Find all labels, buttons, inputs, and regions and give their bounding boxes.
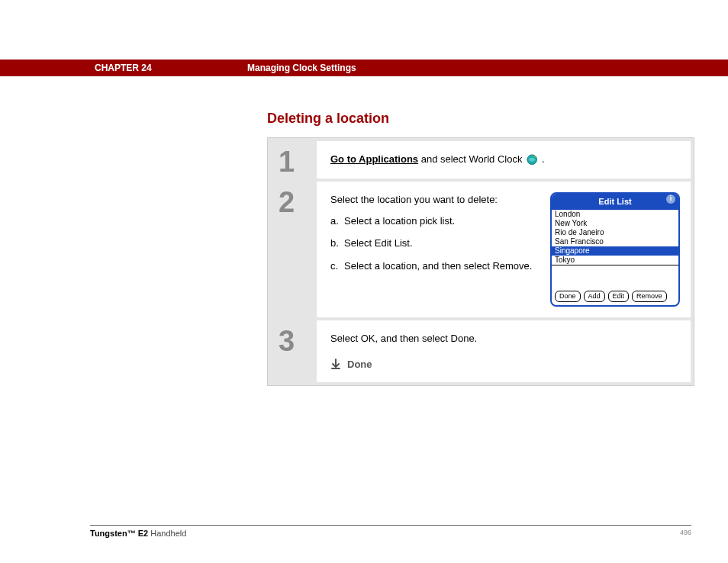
section-title: Deleting a location [267,111,694,127]
world-clock-icon [527,154,540,166]
step-2-b: b.Select Edit List. [330,236,536,251]
chapter-label: CHAPTER 24 [95,63,247,73]
step-1: 1 Go to Applications and select World Cl… [271,141,691,179]
palm-done-button[interactable]: Done [555,291,581,303]
step-2-number: 2 [271,182,317,317]
step-3-text: Select OK, and then select Done. Done [330,331,680,372]
step-1-number: 1 [271,141,317,179]
go-to-applications-link[interactable]: Go to Applications [330,153,418,165]
list-item[interactable]: New York [552,219,678,228]
palm-location-list: London New York Rio de Janeiro San Franc… [552,210,678,265]
down-arrow-icon [330,359,341,369]
step-3-instruction: Select OK, and then select Done. [330,331,680,346]
step-2-a: a.Select a location pick list. [330,214,536,229]
list-item[interactable]: London [552,210,678,219]
list-item[interactable]: Tokyo [552,256,678,265]
palm-edit-button[interactable]: Edit [608,291,630,303]
chapter-topic: Managing Clock Settings [247,63,356,73]
list-item[interactable]: San Francisco [552,237,678,246]
palm-title-bar: Edit List i [552,194,678,210]
step-1-rest: and select World Clock [418,153,525,165]
step-1-text: Go to Applications and select World Cloc… [330,152,680,168]
palm-title-text: Edit List [598,197,631,206]
step-2-c: c.Select a location, and then select Rem… [330,259,536,274]
step-3-number: 3 [271,320,317,382]
step-3: 3 Select OK, and then select Done. Done [271,320,691,382]
list-item-selected[interactable]: Singapore [552,246,678,256]
step-3-body: Select OK, and then select Done. Done [317,320,691,382]
steps-container: 1 Go to Applications and select World Cl… [267,137,694,386]
palm-buttons: Done Add Edit Remove [555,291,675,303]
step-2: 2 Select the location you want to delete… [271,182,691,317]
palm-remove-button[interactable]: Remove [632,291,667,303]
step-2-body: Select the location you want to delete: … [317,182,691,317]
product-bold: Tungsten™ E2 [90,529,148,538]
page-footer: Tungsten™ E2 Handheld 496 [90,525,691,538]
done-indicator: Done [330,357,680,372]
step-1-body: Go to Applications and select World Cloc… [317,141,691,179]
step-2-intro: Select the location you want to delete: [330,192,536,208]
list-item[interactable]: Rio de Janeiro [552,228,678,237]
content-area: Deleting a location 1 Go to Applications… [267,111,694,389]
palm-add-button[interactable]: Add [584,291,605,303]
product-name: Tungsten™ E2 Handheld [90,529,186,538]
info-icon: i [666,195,675,204]
product-rest: Handheld [148,529,186,538]
header-bar: CHAPTER 24 Managing Clock Settings [0,60,728,76]
done-label: Done [347,357,372,372]
page-number: 496 [680,529,691,538]
palm-screenshot: Edit List i London New York Rio de Janei… [550,192,680,307]
step-2-sublist: a.Select a location pick list. b.Select … [330,214,536,274]
step-1-period: . [542,153,545,165]
step-2-text: Select the location you want to delete: … [330,192,536,307]
